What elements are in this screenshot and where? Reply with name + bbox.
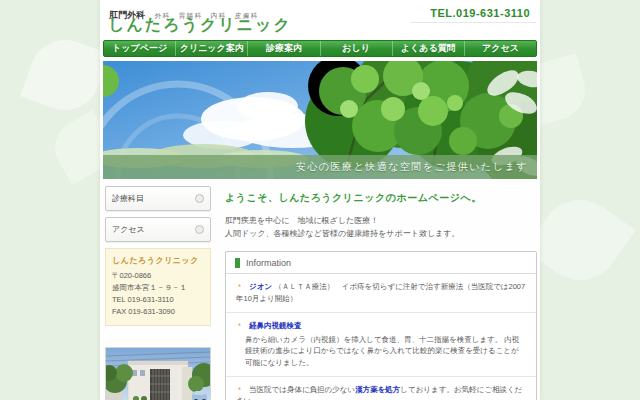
- sidebar-item-label: アクセス: [112, 224, 145, 235]
- clinic-fax: FAX 019-631-3090: [112, 306, 204, 318]
- asterisk-bullet-icon: ＊: [236, 386, 243, 393]
- background-leaf-decoration: [20, 30, 110, 120]
- sidebar-item-access[interactable]: アクセス: [105, 217, 211, 242]
- site-logo-text[interactable]: しんたろうクリニック: [108, 15, 292, 36]
- background-leaf-decoration: [524, 184, 635, 295]
- clinic-street-address: 盛岡市本宮１－９－１: [112, 282, 204, 294]
- info-item-kampo: ＊ 当医院では身体に負担の少ない漢方薬を処方しております。お気軽にご相談ください…: [226, 377, 536, 400]
- information-title: Information: [246, 258, 291, 268]
- nav-item-oshiri[interactable]: おしり: [320, 41, 392, 56]
- arrow-circle-icon: [195, 194, 204, 203]
- green-square-icon: [235, 258, 240, 268]
- clinic-tel: TEL 019-631-3110: [112, 294, 204, 306]
- clinic-address-name: しんたろうクリニック: [112, 255, 204, 268]
- main-content: ようこそ、しんたろうクリニックのホームページへ。 肛門疾患を中心に 地域に根ざし…: [211, 186, 537, 400]
- asterisk-bullet-icon: ＊: [236, 283, 243, 290]
- site-header: 肛門外科 外科 胃腸科 内科 皮膚科 しんたろうクリニック TEL.019-63…: [100, 0, 540, 38]
- intro-line-2: 人間ドック、各種検診など皆様の健康維持をサポート致します。: [225, 227, 537, 240]
- arrow-circle-icon: [195, 225, 204, 234]
- sidebar: 診療科目 アクセス しんたろうクリニック 〒020-0866 盛岡市本宮１－９－…: [105, 186, 211, 400]
- info-item-text: 当医院では身体に負担の少ない: [249, 385, 355, 394]
- asterisk-bullet-icon: ＊: [236, 322, 243, 329]
- hero-catchphrase: 安心の医療と快適な空間をご提供いたします: [296, 160, 528, 174]
- clinic-postal-code: 〒020-0866: [112, 270, 204, 282]
- welcome-heading: ようこそ、しんたろうクリニックのホームページへ。: [225, 191, 537, 205]
- page-column: 肛門外科 外科 胃腸科 内科 皮膚科 しんたろうクリニック TEL.019-63…: [100, 0, 540, 400]
- info-item-endoscopy: ＊ 経鼻内視鏡検査 鼻から細いカメラ（内視鏡）を挿入して食道、胃、十二指腸を検査…: [226, 313, 536, 377]
- information-box: Information ＊ ジオン （ＡＬＴＡ療法） イボ痔を切らずに注射で治す…: [225, 251, 537, 400]
- info-item-description: 鼻から細いカメラ（内視鏡）を挿入して食道、胃、十二指腸を検査します。 内視鏡技術…: [236, 334, 526, 369]
- nav-item-faq[interactable]: よくある質問: [392, 41, 464, 56]
- main-navigation: トップページ クリニック案内 診療案内 おしり よくある質問 アクセス: [103, 40, 537, 57]
- intro-text: 肛門疾患を中心に 地域に根ざした医療！ 人間ドック、各種検診など皆様の健康維持を…: [225, 214, 537, 240]
- clinic-building-photo: [105, 347, 211, 400]
- info-item-zeon: ＊ ジオン （ＡＬＴＡ療法） イボ痔を切らずに注射で治す新療法（当医院では200…: [226, 274, 536, 312]
- info-item-text: （ＡＬＴＡ療法） イボ痔を切らずに注射で治す新療法（当医院では2007年10月よ…: [236, 282, 525, 303]
- nav-item-top[interactable]: トップページ: [104, 41, 175, 56]
- information-header: Information: [226, 252, 536, 274]
- clinic-address-box: しんたろうクリニック 〒020-0866 盛岡市本宮１－９－１ TEL 019-…: [105, 248, 211, 326]
- intro-line-1: 肛門疾患を中心に 地域に根ざした医療！: [225, 214, 537, 227]
- hero-banner: 安心の医療と快適な空間をご提供いたします: [103, 61, 537, 179]
- nav-item-clinic-guide[interactable]: クリニック案内: [175, 41, 247, 56]
- kampo-link[interactable]: 漢方薬を処方: [355, 385, 400, 394]
- nav-item-access[interactable]: アクセス: [464, 41, 536, 56]
- sidebar-item-medical-subjects[interactable]: 診療科目: [105, 186, 211, 211]
- sidebar-item-label: 診療科目: [112, 193, 144, 204]
- zeon-link[interactable]: ジオン: [249, 282, 272, 291]
- content-area: 診療科目 アクセス しんたろうクリニック 〒020-0866 盛岡市本宮１－９－…: [100, 179, 540, 400]
- header-phone-number: TEL.019-631-3110: [410, 7, 536, 23]
- nav-item-medical-guide[interactable]: 診療案内: [247, 41, 319, 56]
- nasal-endoscopy-link[interactable]: 経鼻内視鏡検査: [249, 321, 302, 330]
